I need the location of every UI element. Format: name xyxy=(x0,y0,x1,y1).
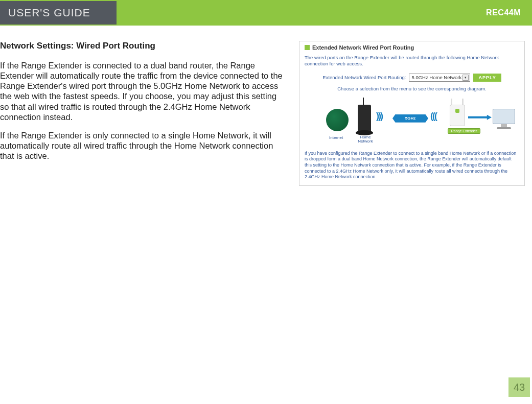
section-heading: Network Settings: Wired Port Routing xyxy=(0,41,287,51)
model-code: REC44M xyxy=(486,8,521,17)
chevron-down-icon: ▾ xyxy=(462,75,469,81)
paragraph-1: If the Range Extender is connected to a … xyxy=(0,60,287,122)
network-diagram: Internet Home Network ))) 5GHz ((( Range… xyxy=(308,98,516,146)
extender-led-icon xyxy=(455,109,459,113)
routing-select[interactable]: 5.0GHz Home Network ▾ xyxy=(409,74,470,82)
internet-globe-icon xyxy=(326,109,349,131)
settings-panel-screenshot: Extended Network Wired Port Routing The … xyxy=(299,41,525,186)
panel-bottom-note: If you have configured the Range Extende… xyxy=(305,151,519,180)
panel-description: The wired ports on the Range Extender wi… xyxy=(305,55,519,67)
left-column: Network Settings: Wired Port Routing If … xyxy=(0,41,287,169)
select-value: 5.0GHz Home Network xyxy=(411,75,461,80)
band-label: 5GHz xyxy=(405,116,415,121)
page-number: 43 xyxy=(508,377,530,397)
monitor-icon xyxy=(493,109,515,124)
guide-title: USER'S GUIDE xyxy=(8,7,90,19)
extender-label: Range Extender xyxy=(448,128,480,134)
extender-icon xyxy=(450,105,465,126)
wifi-waves-right-icon: ((( xyxy=(430,111,436,122)
page-number-value: 43 xyxy=(514,382,525,393)
panel-subdescription: Choose a selection from the menu to see … xyxy=(305,86,519,91)
monitor-base-icon xyxy=(497,127,511,129)
apply-button[interactable]: APPLY xyxy=(473,74,501,82)
panel-title-row: Extended Network Wired Port Routing xyxy=(305,44,519,51)
form-label: Extended Network Wired Port Routing: xyxy=(322,75,406,80)
content-area: Network Settings: Wired Port Routing If … xyxy=(0,26,532,186)
wifi-waves-left-icon: ))) xyxy=(376,111,382,122)
wired-arrow-icon xyxy=(468,115,492,120)
paragraph-2: If the Range Extender is only connected … xyxy=(0,130,287,161)
guide-title-block: USER'S GUIDE xyxy=(0,1,117,25)
form-row: Extended Network Wired Port Routing: 5.0… xyxy=(305,74,519,82)
internet-label: Internet xyxy=(329,135,343,140)
home-network-label: Home Network xyxy=(358,135,373,145)
router-icon xyxy=(358,105,371,133)
square-icon xyxy=(305,45,310,50)
page-header: USER'S GUIDE REC44M xyxy=(0,0,532,26)
header-green-bar: REC44M xyxy=(117,1,532,25)
band-arrow: 5GHz xyxy=(391,114,429,123)
panel-title: Extended Network Wired Port Routing xyxy=(312,44,414,51)
